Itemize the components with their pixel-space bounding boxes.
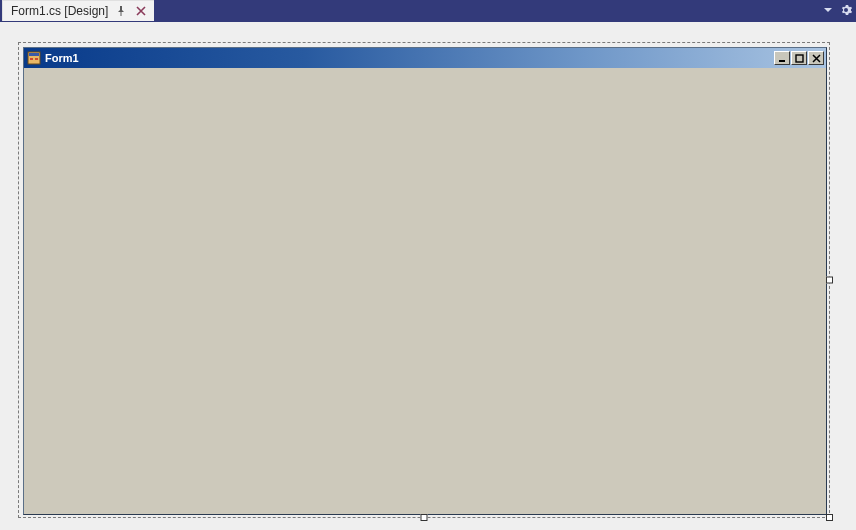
svg-rect-2 (30, 58, 33, 60)
winform-preview[interactable]: Form1 (23, 47, 827, 515)
document-tab[interactable]: Form1.cs [Design] (2, 0, 154, 21)
close-button[interactable] (808, 51, 824, 65)
svg-rect-5 (796, 55, 803, 62)
resize-handle-bottom-middle[interactable] (421, 514, 428, 521)
document-tab-label: Form1.cs [Design] (11, 4, 108, 18)
tab-bar-right-controls (822, 0, 852, 22)
resize-handle-middle-right[interactable] (826, 277, 833, 284)
svg-rect-1 (29, 53, 39, 56)
svg-rect-3 (35, 58, 38, 60)
active-files-dropdown-icon[interactable] (822, 4, 834, 19)
document-tab-bar: Form1.cs [Design] (0, 0, 856, 22)
resize-handle-bottom-right[interactable] (826, 514, 833, 521)
winform-buttons-group (773, 51, 824, 65)
designer-selection-frame[interactable]: Form1 (18, 42, 830, 518)
close-tab-icon[interactable] (134, 4, 148, 18)
designer-workspace: Form1 (0, 22, 856, 530)
pin-icon[interactable] (114, 4, 128, 18)
gear-icon[interactable] (840, 4, 852, 19)
form-icon (27, 51, 41, 65)
winform-titlebar: Form1 (24, 48, 826, 68)
maximize-button[interactable] (791, 51, 807, 65)
winform-title: Form1 (45, 52, 773, 64)
minimize-button[interactable] (774, 51, 790, 65)
svg-rect-4 (779, 60, 785, 62)
